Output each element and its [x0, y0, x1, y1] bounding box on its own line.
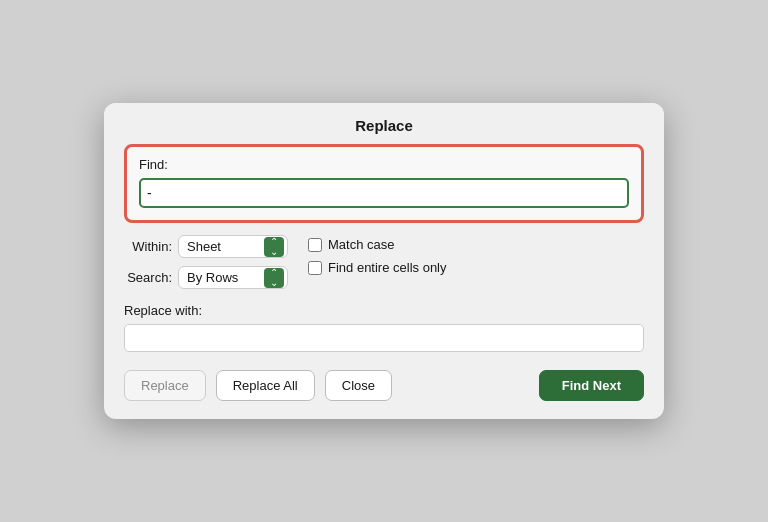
search-select-wrapper: By Rows By Columns ⌃⌄: [178, 266, 288, 289]
entire-cells-label: Find entire cells only: [328, 260, 447, 275]
replace-with-label: Replace with:: [124, 303, 644, 318]
within-select[interactable]: Sheet Workbook: [178, 235, 288, 258]
within-row: Within: Sheet Workbook ⌃⌄: [124, 235, 288, 258]
within-label: Within:: [124, 239, 172, 254]
search-row: Search: By Rows By Columns ⌃⌄: [124, 266, 288, 289]
find-next-button[interactable]: Find Next: [539, 370, 644, 401]
entire-cells-checkbox[interactable]: [308, 261, 322, 275]
replace-with-input[interactable]: [124, 324, 644, 352]
dialog-title: Replace: [104, 103, 664, 144]
find-section: Find:: [124, 144, 644, 223]
replace-button[interactable]: Replace: [124, 370, 206, 401]
find-input-wrapper: [139, 178, 629, 208]
within-select-wrapper: Sheet Workbook ⌃⌄: [178, 235, 288, 258]
match-case-label: Match case: [328, 237, 394, 252]
find-label: Find:: [139, 157, 629, 172]
match-case-checkbox[interactable]: [308, 238, 322, 252]
search-select[interactable]: By Rows By Columns: [178, 266, 288, 289]
find-input[interactable]: [147, 185, 621, 201]
close-button[interactable]: Close: [325, 370, 392, 401]
right-options: Match case Find entire cells only: [308, 235, 447, 275]
search-label: Search:: [124, 270, 172, 285]
button-row: Replace Replace All Close Find Next: [124, 370, 644, 401]
replace-section: Replace with:: [124, 303, 644, 352]
options-row: Within: Sheet Workbook ⌃⌄ Search: By Row…: [124, 235, 644, 289]
dialog-body: Find: Within: Sheet Workbook ⌃⌄: [104, 144, 664, 419]
entire-cells-row: Find entire cells only: [308, 260, 447, 275]
left-options: Within: Sheet Workbook ⌃⌄ Search: By Row…: [124, 235, 288, 289]
match-case-row: Match case: [308, 237, 447, 252]
replace-dialog: Replace Find: Within: Sheet Workbook: [104, 103, 664, 419]
replace-all-button[interactable]: Replace All: [216, 370, 315, 401]
